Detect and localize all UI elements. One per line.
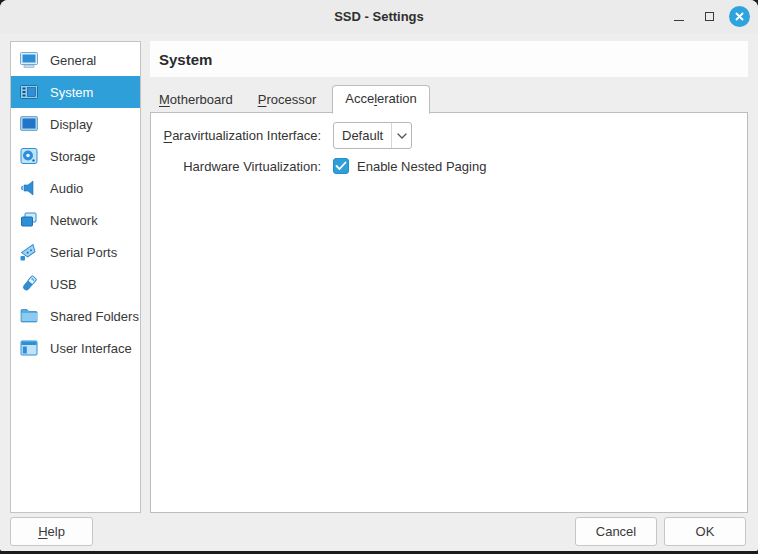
sidebar-item-label: USB [50,277,77,292]
display-icon [18,113,40,135]
tab-motherboard[interactable]: Motherboard [150,87,242,113]
sidebar-item-system[interactable]: System [11,76,140,108]
sidebar-item-shared-folders[interactable]: Shared Folders [11,300,140,332]
user-interface-icon [18,337,40,359]
shared-folders-icon [18,305,40,327]
close-button[interactable] [728,6,750,28]
sidebar-item-label: Network [50,213,98,228]
paravirtualization-select[interactable]: Default [333,122,412,149]
sidebar-item-label: Storage [50,149,96,164]
checkmark-icon [335,161,347,171]
titlebar[interactable]: SSD - Settings [0,0,758,33]
cancel-button[interactable]: Cancel [575,517,657,546]
general-icon [18,49,40,71]
sidebar-item-label: Shared Folders [50,309,139,324]
close-icon [729,6,750,27]
sidebar-item-storage[interactable]: Storage [11,140,140,172]
paravirtualization-label: Paravirtualization Interface: [151,128,321,143]
maximize-button[interactable] [698,6,720,28]
settings-category-list: General System Display [10,41,141,513]
window-title: SSD - Settings [0,0,758,33]
tab-acceleration[interactable]: Acceleration [332,85,430,114]
paravirtualization-value: Default [334,128,391,143]
chevron-down-icon [391,123,411,148]
sidebar-item-label: User Interface [50,341,132,356]
nested-paging-label: Enable Nested Paging [357,159,486,174]
tab-processor[interactable]: Processor [249,87,326,113]
sidebar-item-label: Display [50,117,93,132]
storage-icon [18,145,40,167]
minimize-icon [674,20,684,21]
sidebar-item-serial-ports[interactable]: Serial Ports [11,236,140,268]
usb-icon [18,273,40,295]
page-heading-bar: System [150,41,748,77]
help-button[interactable]: Help [10,517,93,546]
nested-paging-checkbox[interactable] [333,158,349,174]
page-title: System [159,51,212,68]
sidebar-item-network[interactable]: Network [11,204,140,236]
sidebar-item-display[interactable]: Display [11,108,140,140]
audio-icon [18,177,40,199]
acceleration-panel: Paravirtualization Interface: Default Ha… [150,112,748,513]
sidebar-item-label: Audio [50,181,83,196]
paravirtualization-row: Paravirtualization Interface: Default [151,122,747,149]
hardware-virtualization-label: Hardware Virtualization: [151,159,321,174]
sidebar-item-user-interface[interactable]: User Interface [11,332,140,364]
minimize-button[interactable] [668,6,690,28]
hardware-virtualization-row: Hardware Virtualization: Enable Nested P… [151,158,747,174]
ok-button[interactable]: OK [664,517,746,546]
serial-ports-icon [18,241,40,263]
sidebar-item-label: General [50,53,96,68]
network-icon [18,209,40,231]
system-tabs: Motherboard Processor Acceleration [150,86,437,113]
system-icon [18,81,40,103]
sidebar-item-usb[interactable]: USB [11,268,140,300]
sidebar-item-audio[interactable]: Audio [11,172,140,204]
sidebar-item-general[interactable]: General [11,44,140,76]
maximize-icon [705,12,714,21]
sidebar-item-label: System [50,85,93,100]
settings-window: SSD - Settings General [0,0,758,551]
sidebar-item-label: Serial Ports [50,245,117,260]
